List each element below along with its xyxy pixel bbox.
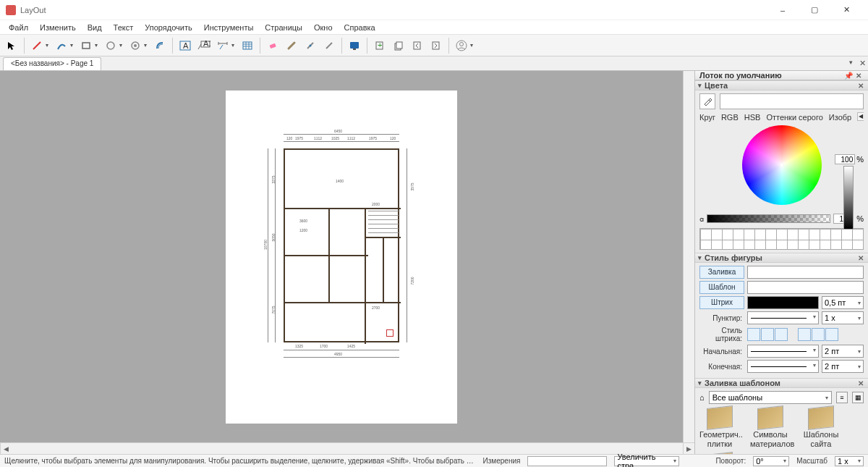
arc-tool-dd[interactable]: ▾ — [70, 42, 76, 49]
prev-page-button[interactable] — [409, 37, 426, 54]
pattern-toggle[interactable]: Шаблон — [699, 281, 744, 294]
tabs-left[interactable]: ◀ — [857, 112, 864, 121]
user-dd[interactable]: ▾ — [470, 42, 476, 49]
tab-wheel[interactable]: Круг — [699, 112, 715, 122]
text-tool[interactable]: A — [176, 37, 194, 54]
tabs-close[interactable]: ✕ — [856, 59, 868, 70]
table-tool[interactable] — [239, 37, 256, 54]
brightness-input[interactable] — [835, 154, 855, 164]
panel-colors-close[interactable]: ✕ — [856, 82, 865, 90]
line-tool[interactable] — [28, 37, 46, 54]
hscroll-left[interactable]: ◀ — [0, 443, 12, 454]
rect-tool[interactable] — [77, 37, 95, 54]
horizontal-scrollbar[interactable] — [12, 443, 683, 454]
swatch-grid[interactable] — [699, 228, 864, 250]
menu-pages[interactable]: Страницы — [259, 22, 308, 33]
join-btn-1[interactable] — [798, 328, 811, 341]
rotate-select[interactable]: 0°▾ — [753, 456, 789, 466]
pattern-folder[interactable]: Символыматериалов — [750, 407, 791, 449]
start-arrow-select[interactable]: ▾ — [747, 345, 819, 358]
join-btn-3[interactable] — [825, 328, 838, 341]
cap-btn-2[interactable] — [761, 328, 774, 341]
join-btn-2[interactable] — [812, 328, 825, 341]
stroke-size-select[interactable]: 0,5 пт▾ — [822, 296, 864, 309]
home-icon[interactable]: ⌂ — [699, 393, 705, 402]
menu-tools[interactable]: Инструменты — [198, 22, 260, 33]
maximize-button[interactable]: ▢ — [799, 0, 830, 20]
document-tab[interactable]: <Без названия> - Page 1 — [3, 57, 101, 70]
dash-select[interactable]: ▾ — [747, 311, 819, 324]
close-button[interactable]: ✕ — [830, 0, 862, 20]
menu-window[interactable]: Окно — [308, 22, 339, 33]
cap-btn-1[interactable] — [747, 328, 760, 341]
next-page-button[interactable] — [427, 37, 445, 54]
dash-scale-select[interactable]: 1 x▾ — [822, 311, 864, 324]
tabs-dropdown[interactable]: ▾ — [845, 59, 856, 70]
presentation-tool[interactable] — [346, 37, 363, 54]
pattern-folder[interactable]: Шаблонысайта — [801, 407, 841, 449]
polygon-tool-dd[interactable]: ▾ — [144, 42, 150, 49]
menu-help[interactable]: Справка — [339, 22, 381, 33]
dimension-tool[interactable] — [214, 37, 231, 54]
fill-toggle[interactable]: Заливка — [699, 266, 744, 279]
color-preview[interactable] — [720, 93, 864, 109]
menu-arrange[interactable]: Упорядочить — [139, 22, 197, 33]
user-button[interactable] — [453, 37, 470, 54]
tray-close-icon[interactable]: ✕ — [854, 72, 864, 80]
stroke-swatch[interactable] — [747, 296, 819, 309]
panel-patternfill-close[interactable]: ✕ — [856, 379, 865, 387]
vertical-scrollbar[interactable] — [683, 71, 694, 442]
polygon-tool[interactable] — [127, 37, 144, 54]
panel-shapestyle-close[interactable]: ✕ — [856, 254, 865, 262]
opacity-slider[interactable] — [707, 214, 830, 223]
scale-select[interactable]: 1 x▾ — [835, 456, 864, 466]
split-tool[interactable] — [302, 37, 319, 54]
tab-gray[interactable]: Оттенки серого — [766, 112, 822, 122]
pattern-swatch[interactable] — [747, 281, 864, 294]
tray-pin-icon[interactable]: 📌 — [843, 72, 854, 80]
rect-tool-dd[interactable]: ▾ — [95, 42, 101, 49]
panel-patternfill-title[interactable]: ▾Заливка шаблоном✕ — [695, 378, 868, 388]
start-size-select[interactable]: 2 пт▾ — [822, 345, 864, 358]
offset-tool[interactable] — [151, 37, 169, 54]
circle-tool-dd[interactable]: ▾ — [119, 42, 125, 49]
brightness-slider[interactable] — [843, 166, 854, 230]
tab-rgb[interactable]: RGB — [721, 112, 739, 122]
measurements-field[interactable] — [527, 456, 607, 466]
panel-colors-title[interactable]: ▾Цвета✕ — [695, 80, 868, 91]
paper[interactable]: 6450 120 1975 1112 1025 1112 1975 120 10… — [226, 91, 457, 424]
canvas[interactable]: 6450 120 1975 1112 1025 1112 1975 120 10… — [0, 71, 683, 442]
add-page-button[interactable]: + — [371, 37, 388, 54]
dimension-tool-dd[interactable]: ▾ — [231, 42, 237, 49]
style-tool[interactable] — [283, 37, 300, 54]
tab-hsb[interactable]: HSB — [744, 112, 761, 122]
join-tool[interactable] — [320, 37, 338, 54]
line-tool-dd[interactable]: ▾ — [46, 42, 51, 49]
hscroll-right[interactable]: ▶ — [683, 443, 694, 454]
menu-edit[interactable]: Изменить — [34, 22, 82, 33]
end-arrow-select[interactable]: ▾ — [747, 360, 819, 373]
zoom-select[interactable]: Увеличить стра▾ — [614, 456, 679, 466]
select-tool[interactable] — [3, 37, 20, 54]
label-tool[interactable]: A1 — [195, 37, 213, 54]
menu-view[interactable]: Вид — [82, 22, 108, 33]
eyedropper-button[interactable] — [699, 93, 715, 109]
eraser-tool[interactable] — [264, 37, 281, 54]
pattern-folder[interactable]: Тональныешаблоны — [699, 453, 740, 454]
end-size-select[interactable]: 2 пт▾ — [822, 360, 864, 373]
menu-file[interactable]: Файл — [3, 22, 34, 33]
fill-swatch[interactable] — [747, 266, 864, 279]
pattern-category-select[interactable]: Все шаблоны▾ — [709, 391, 832, 404]
arc-tool[interactable] — [53, 37, 70, 54]
list-view-icon[interactable]: ≡ — [836, 392, 848, 403]
tab-image[interactable]: Изобр — [829, 112, 851, 122]
cap-btn-3[interactable] — [775, 328, 788, 341]
grid-view-icon[interactable]: ▦ — [852, 392, 864, 403]
circle-tool[interactable] — [102, 37, 119, 54]
pattern-folder[interactable]: Геометрич..плитки — [699, 407, 740, 449]
menu-text[interactable]: Текст — [108, 22, 140, 33]
color-wheel[interactable] — [742, 125, 822, 205]
minimize-button[interactable]: – — [767, 0, 799, 20]
panel-shapestyle-title[interactable]: ▾Стиль фигуры✕ — [695, 253, 868, 263]
stroke-toggle[interactable]: Штрих — [699, 296, 744, 309]
